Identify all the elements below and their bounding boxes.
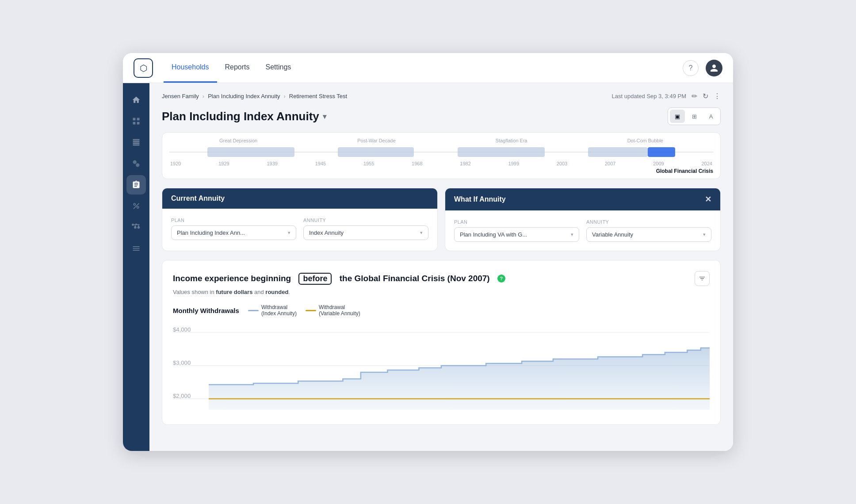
cards-row: Current Annuity Plan Plan Including Inde… [162, 188, 721, 251]
plan-title-chevron[interactable]: ▾ [323, 112, 326, 121]
whatif-annuity-card: What If Annuity ✕ Plan Plan Including VA… [445, 188, 721, 251]
app-frame: ⬡ Households Reports Settings ? [123, 53, 733, 451]
help-button[interactable]: ? [683, 60, 699, 76]
breadcrumb-home[interactable]: Jensen Family [162, 93, 199, 99]
current-annuity-select[interactable]: Index Annuity ▾ [303, 225, 428, 240]
current-plan-select[interactable]: Plan Including Index Ann... ▾ [171, 225, 296, 240]
logo: ⬡ [134, 58, 153, 78]
tab-reports[interactable]: Reports [217, 53, 258, 83]
era-bar-stagflation[interactable] [458, 147, 545, 157]
refresh-icon[interactable]: ↻ [703, 92, 708, 100]
legend-variable-annuity: Withdrawal(Variable Annuity) [306, 304, 360, 317]
era-bar-postwar[interactable] [338, 147, 414, 157]
chart-section: Monthly Withdrawals Withdrawal(Index Ann… [173, 304, 710, 414]
era-postwar[interactable]: Post-War Decade [357, 138, 395, 143]
whatif-annuity-field: Annuity Variable Annuity ▾ [586, 219, 711, 242]
plan-title: Plan Including Index Annuity ▾ [162, 110, 326, 123]
current-annuity-label: Annuity [303, 218, 428, 223]
breadcrumb-sep-1: › [203, 93, 204, 99]
breadcrumb-sep-2: › [284, 93, 286, 99]
sidebar-item-circles[interactable] [126, 154, 146, 173]
edit-icon[interactable]: ✏ [692, 92, 697, 100]
income-title-prefix: Income experience beginning [173, 274, 291, 283]
svg-text:$3,000: $3,000 [173, 359, 191, 366]
breadcrumb-plan[interactable]: Plan Including Index Annuity [208, 93, 280, 99]
sidebar [123, 83, 149, 451]
era-great-depression[interactable]: Great Depression [219, 138, 257, 143]
info-dot[interactable]: ? [497, 275, 505, 283]
svg-point-0 [133, 160, 137, 164]
whatif-annuity-header: What If Annuity ✕ [445, 188, 720, 210]
filter-button[interactable] [695, 271, 710, 286]
tab-households[interactable]: Households [164, 53, 217, 83]
timeline-years: 1920 1929 1939 1945 1955 1968 1982 1999 … [169, 161, 713, 166]
sidebar-item-balance[interactable] [126, 218, 146, 237]
main-layout: Jensen Family › Plan Including Index Ann… [123, 83, 733, 451]
sidebar-item-table[interactable] [126, 133, 146, 152]
legend-index-annuity: Withdrawal(Index Annuity) [248, 304, 297, 317]
legend-line-variable [306, 310, 316, 311]
svg-point-1 [136, 163, 139, 167]
sidebar-item-home[interactable] [126, 90, 146, 110]
chart-legend: Withdrawal(Index Annuity) Withdrawal(Var… [248, 304, 360, 317]
current-plan-field: Plan Plan Including Index Ann... ▾ [171, 218, 296, 240]
user-avatar[interactable] [706, 60, 722, 76]
timeline-labels: Great Depression Post-War Decade Stagfla… [169, 138, 713, 143]
era-bar-gfc[interactable] [648, 147, 675, 157]
whatif-plan-arrow: ▾ [571, 232, 573, 237]
breadcrumb-test[interactable]: Retirement Stress Test [289, 93, 347, 99]
timeline: Great Depression Post-War Decade Stagfla… [162, 132, 721, 179]
whatif-plan-select[interactable]: Plan Including VA with G... ▾ [454, 227, 579, 242]
content-area: Jensen Family › Plan Including Index Ann… [149, 83, 733, 451]
era-bar-dotcom[interactable] [588, 147, 648, 157]
chart-header: Monthly Withdrawals Withdrawal(Index Ann… [173, 304, 710, 317]
logo-icon: ⬡ [140, 63, 147, 73]
whatif-close-button[interactable]: ✕ [705, 195, 711, 204]
svg-text:$4,000: $4,000 [173, 326, 191, 333]
income-section: Income experience beginning before the G… [162, 260, 721, 425]
whatif-annuity-arrow: ▾ [703, 232, 706, 237]
current-plan-label: Plan [171, 218, 296, 223]
chart-title: Monthly Withdrawals [173, 307, 239, 314]
current-annuity-card: Current Annuity Plan Plan Including Inde… [162, 188, 438, 251]
tab-settings[interactable]: Settings [258, 53, 299, 83]
whatif-annuity-select[interactable]: Variable Annuity ▾ [586, 227, 711, 242]
sidebar-item-menu[interactable] [126, 239, 146, 258]
legend-line-index [248, 310, 259, 311]
income-title-suffix: the Global Financial Crisis (Nov 2007) [340, 274, 490, 283]
chart-area: $4,000 $3,000 $2,000 [173, 324, 710, 414]
breadcrumb: Jensen Family › Plan Including Index Ann… [162, 92, 721, 100]
era-stagflation[interactable]: Stagflation Era [496, 138, 527, 143]
current-annuity-body: Plan Plan Including Index Ann... ▾ Annui… [162, 209, 437, 249]
more-icon[interactable]: ⋮ [714, 92, 721, 100]
view-toggle: ▣ ⊞ A [668, 107, 721, 125]
current-annuity-field: Annuity Index Annuity ▾ [303, 218, 428, 240]
breadcrumb-actions: Last updated Sep 3, 3:49 PM ✏ ↻ ⋮ [612, 92, 721, 100]
view-single-button[interactable]: ▣ [670, 110, 685, 123]
view-text-button[interactable]: A [703, 110, 718, 123]
sidebar-item-clipboard[interactable] [126, 175, 146, 195]
sidebar-item-grid[interactable] [126, 111, 146, 131]
before-badge: before [298, 273, 332, 285]
current-plan-arrow: ▾ [288, 230, 290, 236]
plan-header: Plan Including Index Annuity ▾ ▣ ⊞ A [162, 107, 721, 125]
nav-tabs: Households Reports Settings [164, 53, 299, 83]
gfc-label: Global Financial Crisis [169, 168, 713, 174]
whatif-annuity-label: Annuity [586, 219, 711, 225]
timeline-track[interactable] [169, 145, 713, 159]
svg-text:$2,000: $2,000 [173, 393, 191, 399]
chart-svg: $4,000 $3,000 $2,000 [173, 324, 710, 412]
current-annuity-arrow: ▾ [420, 230, 423, 236]
top-nav: ⬡ Households Reports Settings ? [123, 53, 733, 83]
income-title: Income experience beginning before the G… [173, 271, 710, 286]
income-subtitle: Values shown in future dollars and round… [173, 289, 710, 295]
sidebar-item-percent[interactable] [126, 196, 146, 216]
current-annuity-header: Current Annuity [162, 188, 437, 209]
view-split-button[interactable]: ⊞ [687, 110, 702, 123]
whatif-plan-label: Plan [454, 219, 579, 225]
whatif-annuity-body: Plan Plan Including VA with G... ▾ Annui… [445, 210, 720, 251]
last-updated-text: Last updated Sep 3, 3:49 PM [612, 93, 686, 99]
era-dotcom[interactable]: Dot-Com Bubble [627, 138, 663, 143]
era-bar-great-depression[interactable] [207, 147, 294, 157]
nav-actions: ? [683, 60, 722, 76]
